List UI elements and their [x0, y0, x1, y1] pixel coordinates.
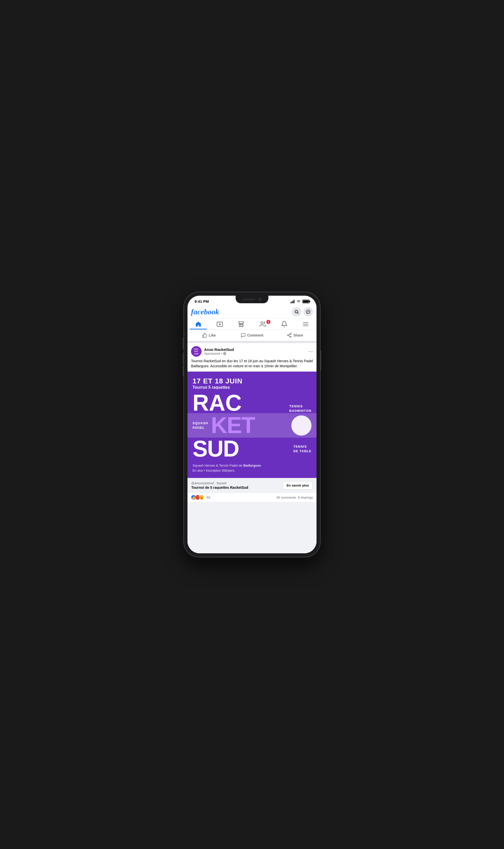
action-bar: Like Comment — [187, 330, 317, 341]
menu-icon — [302, 321, 309, 328]
sponsor-dot: • — [221, 352, 222, 355]
comment-action-icon — [241, 333, 246, 338]
phone-device: 9:41 PM — [184, 292, 320, 557]
promo-baillargues: Baillargues — [243, 464, 261, 467]
messenger-icon — [306, 309, 310, 314]
share-action[interactable]: Share — [273, 331, 317, 340]
promo-circle — [291, 415, 311, 436]
battery-fill — [303, 300, 309, 302]
nav-menu[interactable] — [295, 318, 317, 330]
share-action-icon — [287, 333, 292, 338]
post-text: Tournoi RacketSud en duo les 17 et 18 ju… — [187, 359, 317, 372]
fb-header-icons — [292, 307, 313, 317]
notch-camera — [258, 298, 261, 301]
promo-footer-line2: En duo • Inscription 35€/pers — [193, 468, 311, 473]
nav-marketplace[interactable] — [231, 318, 252, 330]
nav-home[interactable] — [187, 318, 209, 330]
like-action-icon — [202, 333, 207, 338]
reactions-right: 45 comments 8 sharings — [276, 496, 313, 499]
promo-footer-line1: Squash Heroes & Tennis Padel de Baillarg… — [193, 463, 311, 468]
watch-icon — [216, 321, 223, 328]
globe-icon — [223, 352, 226, 355]
fb-header: facebook — [187, 305, 317, 318]
post-meta: Asso RacketSud Sponsored • — [204, 347, 306, 355]
reaction-count: 65 — [206, 496, 210, 499]
svg-line-18 — [289, 336, 290, 336]
svg-point-15 — [290, 333, 291, 335]
nav-notifications[interactable] — [273, 318, 295, 330]
post-header: RACKETSUD Asso RacketSud Sponsored • — [187, 343, 317, 359]
search-button[interactable] — [292, 307, 301, 317]
svg-line-5 — [298, 313, 298, 313]
fb-logo: facebook — [191, 307, 219, 316]
promo-subtitle: Tournoi 5 raquettes — [193, 385, 311, 390]
notch-speaker — [243, 299, 255, 300]
share-label: Share — [293, 333, 303, 337]
status-icons — [290, 300, 309, 303]
svg-rect-8 — [239, 324, 243, 327]
phone-notch — [236, 296, 268, 303]
promo-ket-sports: SQUASH PADEL — [193, 421, 209, 430]
fb-nav: 5 — [187, 318, 317, 330]
shares-count: 8 sharings — [298, 496, 313, 499]
feed-separator — [187, 341, 317, 343]
nav-watch[interactable] — [209, 318, 230, 330]
svg-rect-3 — [294, 300, 294, 303]
learn-more-button[interactable]: En savoir plus — [283, 481, 313, 490]
like-action[interactable]: Like — [187, 331, 231, 340]
promo-padel: PADEL — [193, 425, 209, 430]
feed-content[interactable]: Like Comment — [187, 330, 317, 553]
promo-ket-row: SQUASH PADEL KET — [187, 413, 317, 438]
promo-ket-text: KET — [211, 415, 291, 436]
promo-sud-text: SUD — [193, 439, 239, 459]
post-avatar: RACKETSUD — [191, 346, 202, 357]
post-sponsor: Sponsored • — [204, 352, 306, 355]
promo-date: 17 ET 18 JUIN — [193, 377, 311, 385]
promo-rac-text: RAC — [193, 393, 242, 413]
promo-squash: SQUASH — [193, 421, 209, 425]
status-time: 9:41 PM — [195, 299, 209, 303]
phone-screen: 9:41 PM — [187, 296, 317, 553]
link-preview: @assoracketsud · Squash Tournoi de 5 raq… — [187, 478, 317, 493]
promo-sud-sports: TENNIS DE TABLE — [293, 444, 311, 454]
nav-groups[interactable]: 5 — [252, 318, 273, 330]
post-options[interactable]: ··· — [308, 348, 313, 355]
link-handle: @assoracketsud · Squash — [191, 481, 280, 485]
sponsored-label: Sponsored — [204, 352, 220, 355]
comments-count: 45 comments — [276, 496, 296, 499]
promo-de-table: DE TABLE — [293, 449, 311, 454]
svg-line-19 — [289, 334, 290, 335]
promo-rac-sports: TENNIS BADMINTON — [289, 404, 311, 413]
promo-date-section: 17 ET 18 JUIN Tournoi 5 raquettes — [193, 377, 311, 390]
comment-action[interactable]: Comment — [231, 331, 274, 340]
promo-tennis-table: TENNIS — [293, 444, 311, 449]
post-card: RACKETSUD Asso RacketSud Sponsored • — [187, 343, 317, 502]
svg-rect-2 — [292, 301, 293, 303]
link-title: Tournoi de 5 raquettes RacketSud — [191, 485, 280, 490]
wifi-icon — [296, 300, 301, 303]
svg-rect-0 — [290, 302, 291, 303]
svg-rect-1 — [291, 301, 292, 303]
reaction-emojis: 👍 ❤️ 😮 — [191, 495, 203, 500]
svg-point-17 — [290, 336, 291, 337]
post-author: Asso RacketSud — [204, 347, 306, 352]
svg-point-11 — [261, 322, 263, 324]
bell-icon — [281, 321, 288, 328]
search-icon — [294, 309, 299, 314]
battery-icon — [302, 300, 309, 303]
groups-badge: 5 — [266, 320, 270, 324]
link-preview-meta: @assoracketsud · Squash Tournoi de 5 raq… — [191, 481, 280, 490]
comment-label: Comment — [247, 333, 264, 337]
messenger-button[interactable] — [303, 307, 313, 317]
groups-icon — [259, 321, 266, 328]
signal-icon — [290, 300, 295, 303]
promo-footer-text1: Squash Heroes & Tennis Padel de — [193, 464, 243, 467]
promo-card: 17 ET 18 JUIN Tournoi 5 raquettes RAC TE… — [187, 372, 317, 478]
promo-tennis: TENNIS — [289, 404, 311, 409]
like-label: Like — [209, 333, 216, 337]
promo-footer: Squash Heroes & Tennis Padel de Baillarg… — [193, 463, 311, 473]
svg-marker-7 — [219, 323, 221, 325]
reactions-bar: 👍 ❤️ 😮 65 45 comments 8 sharings — [187, 493, 317, 502]
home-icon — [195, 321, 202, 328]
wow-emoji: 😮 — [199, 495, 204, 500]
